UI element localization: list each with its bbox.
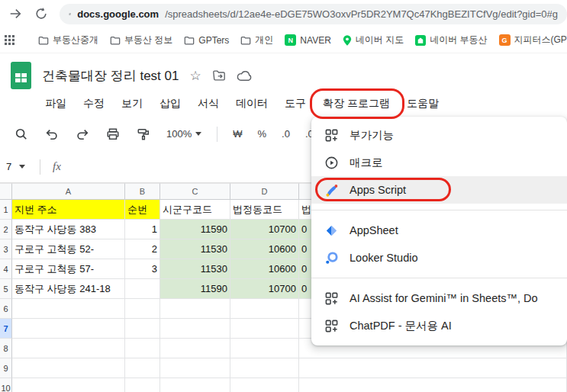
menu-extensions[interactable]: 확장 프로그램 xyxy=(314,95,398,113)
row-header-8[interactable]: 8 xyxy=(0,339,12,358)
menu-item-looker-studio[interactable]: Looker Studio xyxy=(311,244,567,272)
menu-item-ai-assist-gemini[interactable]: AI Assist for Gemini™ in Sheets™, Do xyxy=(311,284,567,312)
search-menus-button[interactable] xyxy=(14,127,29,142)
cell-D10[interactable] xyxy=(230,378,299,392)
menu-format[interactable]: 서식 xyxy=(189,95,227,113)
cell-C7[interactable] xyxy=(160,319,230,339)
cell-A5[interactable]: 동작구 사당동 241-18 xyxy=(12,279,125,299)
paint-format-button[interactable] xyxy=(136,127,151,142)
cell-D7[interactable] xyxy=(230,319,299,339)
cell-D4[interactable]: 10600 xyxy=(230,259,299,279)
cell-D3[interactable]: 10600 xyxy=(230,239,299,259)
cell-A7[interactable] xyxy=(12,319,125,339)
row-header-2[interactable]: 2 xyxy=(0,220,12,239)
decrease-decimal-button[interactable]: .0 xyxy=(282,128,290,140)
star-icon[interactable]: ☆ xyxy=(189,68,201,84)
cell-A8[interactable] xyxy=(12,339,125,358)
menu-view[interactable]: 보기 xyxy=(113,95,151,113)
cell-B9[interactable] xyxy=(125,358,160,378)
col-header-d[interactable]: D xyxy=(230,183,299,200)
apps-grid-icon[interactable] xyxy=(3,33,15,48)
menu-insert[interactable]: 삽입 xyxy=(151,95,189,113)
cell-D1[interactable]: 법정동코드 xyxy=(230,200,299,220)
cell-A9[interactable] xyxy=(12,358,125,378)
col-header-c[interactable]: C xyxy=(160,183,230,200)
cell-C4[interactable]: 11530 xyxy=(160,259,230,279)
row-header-1[interactable]: 1 xyxy=(0,200,12,220)
bookmarks-bar: 부동산중개 부동산 정보 GPTers 개인 N NAVER 네이버 지도 네이… xyxy=(0,27,567,53)
row-header-5[interactable]: 5 xyxy=(0,279,12,299)
cell-A6[interactable] xyxy=(12,299,125,319)
cell-D9[interactable] xyxy=(230,358,299,378)
cloud-saved-icon[interactable] xyxy=(237,69,253,82)
col-header-b[interactable]: B xyxy=(125,183,160,200)
undo-button[interactable] xyxy=(44,127,60,142)
address-bar[interactable]: docs.google.com/spreadsheets/d/12ae4e-eD… xyxy=(60,4,567,24)
bookmark-folder-gpters[interactable]: GPTers xyxy=(184,35,229,46)
row-header-9[interactable]: 9 xyxy=(0,358,12,378)
cell-D5[interactable]: 10700 xyxy=(230,279,299,299)
menu-item-chatpdf[interactable]: ChatPDF - 문서용 AI xyxy=(311,312,567,339)
cell-B4[interactable]: 3 xyxy=(125,259,160,279)
bookmark-gpters[interactable]: G 지피터스(GPTe xyxy=(499,34,567,47)
row-header-10[interactable]: 10 xyxy=(0,378,12,392)
cell-A3[interactable]: 구로구 고척동 52- xyxy=(12,239,125,259)
cell-B3[interactable]: 2 xyxy=(125,239,160,259)
cell-C5[interactable]: 11590 xyxy=(160,279,230,299)
format-currency-button[interactable]: ₩ xyxy=(233,128,242,140)
cell-C2[interactable]: 11590 xyxy=(160,220,230,239)
menu-item-macros[interactable]: 매크로 xyxy=(311,149,567,176)
menu-data[interactable]: 데이터 xyxy=(227,95,276,113)
cell-B2[interactable]: 1 xyxy=(125,220,160,239)
bookmark-folder-realestate-broker[interactable]: 부동산중개 xyxy=(38,34,98,47)
cell-C6[interactable] xyxy=(160,299,230,319)
menu-file[interactable]: 파일 xyxy=(37,95,75,113)
cell-D6[interactable] xyxy=(230,299,299,319)
bookmark-naver-map[interactable]: 네이버 지도 xyxy=(343,34,404,47)
cell-B10[interactable] xyxy=(125,378,160,392)
cell-E9[interactable] xyxy=(299,358,567,378)
menu-help[interactable]: 도움말 xyxy=(398,95,447,113)
move-folder-icon[interactable] xyxy=(212,69,226,82)
col-header-a[interactable]: A xyxy=(12,183,125,200)
cell-B8[interactable] xyxy=(125,339,160,358)
name-box[interactable]: 7 xyxy=(6,161,37,172)
reload-button[interactable] xyxy=(34,6,49,21)
bookmark-folder-personal[interactable]: 개인 xyxy=(240,34,273,47)
cell-B5[interactable] xyxy=(125,279,160,299)
cell-A10[interactable] xyxy=(12,378,125,392)
cell-C3[interactable]: 11530 xyxy=(160,239,230,259)
row-header-3[interactable]: 3 xyxy=(0,239,12,259)
cell-A1[interactable]: 지번 주소 xyxy=(12,200,125,220)
cell-E10[interactable] xyxy=(299,378,567,392)
row-header-7[interactable]: 7 xyxy=(0,319,12,339)
redo-button[interactable] xyxy=(75,127,90,142)
menu-item-addons[interactable]: 부가기능 xyxy=(311,121,567,149)
format-percent-button[interactable]: % xyxy=(258,128,267,140)
cell-B6[interactable] xyxy=(125,299,160,319)
menu-tools[interactable]: 도구 xyxy=(276,95,314,113)
cell-C1[interactable]: 시군구코드 xyxy=(160,200,230,220)
cell-D8[interactable] xyxy=(230,339,299,358)
row-header-6[interactable]: 6 xyxy=(0,299,12,319)
menu-item-apps-script[interactable]: Apps Script xyxy=(311,176,567,204)
cell-A2[interactable]: 동작구 사당동 383 xyxy=(12,220,125,239)
print-button[interactable] xyxy=(105,127,121,142)
cell-B1[interactable]: 순번 xyxy=(125,200,160,220)
row-header-4[interactable]: 4 xyxy=(0,259,12,279)
menu-item-appsheet[interactable]: AppSheet xyxy=(311,217,567,244)
bookmark-naver[interactable]: N NAVER xyxy=(285,34,330,46)
cell-C10[interactable] xyxy=(160,378,230,392)
cell-C9[interactable] xyxy=(160,358,230,378)
forward-button[interactable] xyxy=(8,6,23,21)
select-all-corner[interactable] xyxy=(0,183,12,200)
bookmark-folder-realestate-info[interactable]: 부동산 정보 xyxy=(110,34,172,47)
menu-edit[interactable]: 수정 xyxy=(75,95,113,113)
document-title[interactable]: 건축물대장 정리 test 01 xyxy=(42,67,179,85)
bookmark-naver-realestate[interactable]: 네이버 부동산 xyxy=(415,34,487,47)
cell-C8[interactable] xyxy=(160,339,230,358)
cell-A4[interactable]: 구로구 고척동 57- xyxy=(12,259,125,279)
cell-D2[interactable]: 10700 xyxy=(230,220,299,239)
zoom-control[interactable]: 100% xyxy=(166,128,201,140)
cell-B7[interactable] xyxy=(125,319,160,339)
